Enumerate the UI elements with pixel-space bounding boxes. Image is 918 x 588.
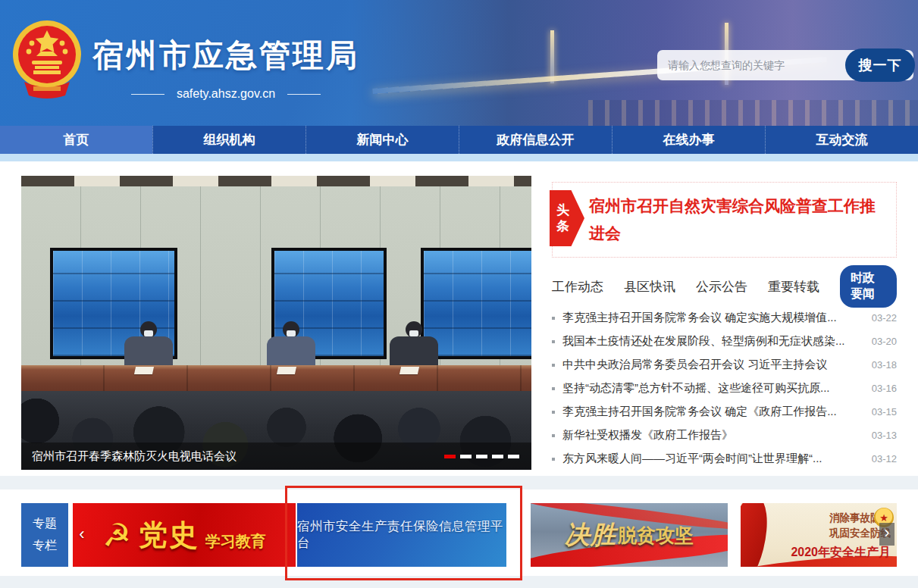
site-url: safety.ahsz.gov.cn (92, 87, 359, 101)
topics-label-box[interactable]: 专题 专栏 (21, 503, 68, 567)
badge-char: 头 (556, 202, 569, 218)
url-dash-right (287, 94, 321, 95)
official-figure (118, 321, 179, 368)
news-item-date: 03-22 (872, 312, 897, 324)
page: 宿州市应急管理局 safety.ahsz.gov.cn 搜一下 首页 组织机构 … (0, 0, 918, 588)
news-list-item[interactable]: 中共中央政治局常务委员会召开会议 习近平主持会议 03-18 (552, 353, 897, 377)
headline-box: 头 条 宿州市召开自然灾害综合风险普查工作推进会 (552, 182, 897, 258)
news-carousel[interactable]: 宿州市召开春季森林防灭火电视电话会议 (21, 176, 531, 470)
figure-mask (144, 330, 153, 336)
bullet-icon (552, 434, 555, 437)
banner-title: 党史 (139, 516, 199, 555)
bullet-icon (552, 364, 555, 367)
name-card (277, 367, 296, 374)
site-url-text: safety.ahsz.gov.cn (177, 87, 275, 101)
badge-char: 条 (556, 218, 569, 234)
nav-item-interaction[interactable]: 互动交流 (765, 126, 918, 154)
news-tabs: 工作动态 县区快讯 公示公告 重要转载 时政要闻 (552, 273, 897, 300)
carousel-caption-bar: 宿州市召开春季森林防灭火电视电话会议 (21, 443, 531, 470)
figure-mask (287, 330, 296, 336)
name-card (399, 367, 419, 374)
site-brand: 宿州市应急管理局 safety.ahsz.gov.cn (11, 18, 359, 101)
news-list-item[interactable]: 新华社受权播发《政府工作报告》 03-13 (552, 424, 897, 447)
banner-safety-production-month[interactable]: ★ 消除事故隐患 巩固安全防线 2020年安全生产月 (741, 503, 897, 567)
name-card (134, 367, 154, 374)
nav-item-home[interactable]: 首页 (0, 126, 152, 154)
search-bar: 搜一下 (657, 50, 913, 80)
carousel-indicator[interactable] (460, 455, 472, 458)
news-item-date: 03-12 (872, 453, 897, 464)
nav-item-news-center[interactable]: 新闻中心 (305, 126, 459, 154)
party-emblem-icon: ☭ (102, 517, 131, 554)
bullet-icon (552, 317, 555, 320)
news-item-title[interactable]: 我国本土疫情还处在发展阶段、轻型病例和无症状感染... (562, 334, 861, 349)
tab-important-reposts[interactable]: 重要转载 (768, 278, 819, 296)
tab-public-notices[interactable]: 公示公告 (696, 278, 747, 296)
banner-line2: 巩固安全防线 (791, 526, 891, 541)
url-dash-left (131, 94, 164, 95)
figure-body (267, 336, 315, 368)
bridge-water-reflection (588, 100, 918, 126)
banner-party-history[interactable]: ☭ 党史 学习教育 (73, 503, 296, 567)
nav-item-gov-info[interactable]: 政府信息公开 (459, 126, 612, 154)
banner-subtitle: 学习教育 (205, 531, 266, 552)
official-figure (261, 321, 321, 368)
headline-title-link[interactable]: 宿州市召开自然灾害综合风险普查工作推进会 (589, 192, 882, 247)
nav-underline-strip (0, 154, 918, 161)
news-column: 头 条 宿州市召开自然灾害综合风险普查工作推进会 工作动态 县区快讯 公示公告 … (552, 182, 897, 471)
news-item-date: 03-13 (872, 430, 897, 441)
site-header: 宿州市应急管理局 safety.ahsz.gov.cn 搜一下 (0, 0, 918, 126)
site-title: 宿州市应急管理局 (92, 35, 359, 77)
banner-title: 决胜 (565, 518, 616, 552)
news-list-item[interactable]: 坚持“动态清零”总方针不动摇、这些途径可购买抗原... 03-16 (552, 377, 897, 400)
topics-label-line2: 专栏 (33, 535, 57, 557)
news-list-item[interactable]: 李克强主持召开国务院常务会议 确定《政府工作报告... 03-15 (552, 400, 897, 424)
carousel-indicator[interactable] (476, 455, 487, 458)
banner-prev-arrow-icon[interactable]: ‹ (76, 524, 88, 546)
tab-county-news[interactable]: 县区快讯 (624, 278, 675, 296)
official-figure (384, 321, 444, 368)
bullet-icon (552, 411, 555, 414)
banner-poverty-alleviation[interactable]: 决胜 脱贫攻坚 (531, 503, 728, 567)
news-item-date: 03-20 (872, 336, 897, 347)
carousel-indicators (444, 455, 519, 458)
news-list-item[interactable]: 李克强主持召开国务院常务会议 确定实施大规模增值... 03-22 (552, 306, 897, 330)
carousel-indicator[interactable] (508, 455, 519, 458)
news-item-title[interactable]: 新华社受权播发《政府工作报告》 (562, 428, 861, 443)
news-item-date: 03-18 (872, 359, 897, 371)
main-nav: 首页 组织机构 新闻中心 政府信息公开 在线办事 互动交流 (0, 126, 918, 154)
news-item-title[interactable]: 李克强主持召开国务院常务会议 确定实施大规模增值... (562, 311, 861, 325)
search-button[interactable]: 搜一下 (845, 48, 915, 82)
banner-next-arrow-icon[interactable]: › (879, 523, 895, 546)
news-item-title[interactable]: 李克强主持召开国务院常务会议 确定《政府工作报告... (562, 405, 861, 419)
figure-body (390, 336, 438, 368)
tab-work-dynamics[interactable]: 工作动态 (552, 278, 603, 296)
carousel-indicator-active[interactable] (444, 455, 456, 458)
banner-safety-insurance-platform[interactable]: 宿州市安全生产责任保险信息管理平台 (297, 503, 506, 567)
figure-body (124, 336, 173, 368)
banner-line3: 2020年安全生产月 (791, 545, 891, 561)
topics-section: 专题 专栏 ‹ ☭ 党史 学习教育 宿州市安全生产责任保险信息管理平台 决胜 脱… (0, 476, 918, 588)
news-item-date: 03-16 (872, 383, 897, 394)
news-list-item[interactable]: 东方风来暖人间——习近平“两会时间”让世界理解“... 03-12 (552, 447, 897, 471)
news-item-title[interactable]: 中共中央政治局常务委员会召开会议 习近平主持会议 (562, 358, 861, 372)
bullet-icon (552, 458, 555, 461)
headline-badge: 头 条 (550, 190, 584, 246)
news-list: 李克强主持召开国务院常务会议 确定实施大规模增值... 03-22 我国本土疫情… (552, 306, 897, 471)
news-item-title[interactable]: 东方风来暖人间——习近平“两会时间”让世界理解“... (562, 452, 861, 466)
tab-current-politics-active[interactable]: 时政要闻 (840, 265, 897, 308)
news-list-item[interactable]: 我国本土疫情还处在发展阶段、轻型病例和无症状感染... 03-20 (552, 330, 897, 353)
figure-mask (409, 330, 418, 336)
photo-ceiling (21, 176, 531, 186)
banner-title: 宿州市安全生产责任保险信息管理平台 (297, 518, 506, 552)
brand-text: 宿州市应急管理局 safety.ahsz.gov.cn (92, 18, 359, 101)
topics-label-line1: 专题 (33, 513, 57, 535)
bullet-icon (552, 340, 555, 343)
carousel-caption[interactable]: 宿州市召开春季森林防灭火电视电话会议 (32, 449, 444, 464)
carousel-indicator[interactable] (492, 455, 503, 458)
nav-item-online-services[interactable]: 在线办事 (612, 126, 765, 154)
nav-item-organization[interactable]: 组织机构 (152, 126, 305, 154)
banner-subtitle: 脱贫攻坚 (618, 523, 694, 548)
bullet-icon (552, 387, 555, 390)
news-item-title[interactable]: 坚持“动态清零”总方针不动摇、这些途径可购买抗原... (562, 381, 861, 396)
